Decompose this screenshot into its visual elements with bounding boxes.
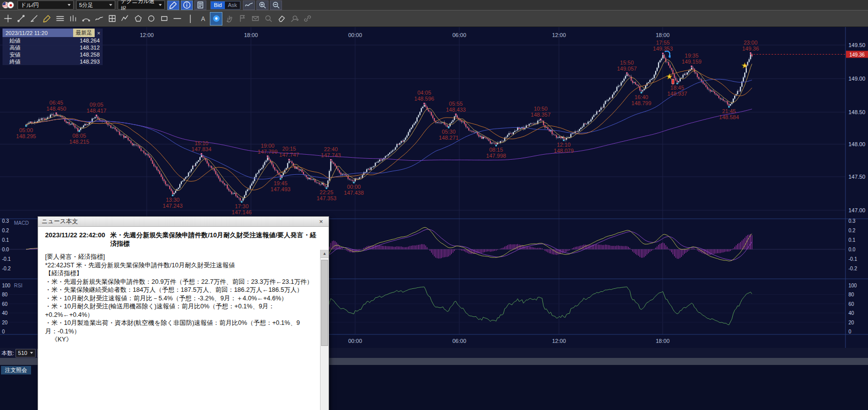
bid-ask-toggle: Bid Ask <box>210 1 240 10</box>
ask-button[interactable]: Ask <box>225 2 240 9</box>
technical-select[interactable]: テクニカル選択 <box>118 1 165 10</box>
annotation-price: 148.799 <box>632 100 652 106</box>
eraser-icon <box>277 14 286 23</box>
chevron-down-icon <box>159 4 162 6</box>
timeframe-select-value: 5分足 <box>79 2 93 9</box>
annotation-time: 05:30 <box>442 129 456 135</box>
news-popup-close-icon[interactable]: × <box>317 218 325 225</box>
zoom-out-button[interactable] <box>270 1 282 10</box>
extreme-marker <box>448 127 449 128</box>
annotation-price: 147.743 <box>321 152 341 158</box>
scrollbar-thumb[interactable] <box>321 260 328 346</box>
extreme-marker <box>172 195 173 196</box>
icon-stamp-tool[interactable] <box>210 12 222 26</box>
rsi-panel-label: RSI <box>14 283 23 288</box>
rectangle-tool[interactable] <box>158 12 170 26</box>
pentagon-tool[interactable] <box>132 12 144 26</box>
pencil-tool[interactable] <box>41 12 53 26</box>
annotation-price: 147.493 <box>270 186 291 192</box>
annotation-price: 147.353 <box>317 195 337 201</box>
time-axis-label: 18:00 <box>244 32 258 38</box>
ray-tool[interactable] <box>28 12 40 26</box>
pair-select[interactable]: ドル/円 <box>18 1 74 10</box>
annotation-time: 19:00 <box>260 143 274 149</box>
wave-chart-button[interactable] <box>243 1 255 10</box>
bars-icon <box>69 14 78 23</box>
ohlc-close-icon[interactable]: × <box>95 29 103 37</box>
bottom-time-axis-label: 06:00 <box>452 338 466 344</box>
mail-tool[interactable] <box>249 12 261 26</box>
link-tool[interactable] <box>301 12 314 26</box>
main-toolbar: ドル/円 5分足 テクニカル選択 Bid Ask <box>0 0 868 11</box>
annotation-price: 148.271 <box>439 135 459 141</box>
grid-icon <box>108 14 117 23</box>
ellipse-tool[interactable] <box>145 12 157 26</box>
svg-text:A: A <box>201 16 205 23</box>
fx-trading-app: 149.3612:0012:0018:0018:0000:0000:0006:0… <box>0 0 868 410</box>
bars-count-label: 本数: <box>2 349 14 357</box>
annotation-price: 149.353 <box>653 46 673 52</box>
star-event-icon[interactable]: ★ <box>741 61 748 70</box>
price-axis-label: 147.50 <box>848 174 865 180</box>
news-popup-titlebar[interactable]: ニュース本文 × <box>38 217 329 227</box>
zigzag-icon <box>121 14 130 23</box>
bars-tool[interactable] <box>67 12 79 26</box>
wrench-tool[interactable] <box>288 12 301 26</box>
price-axis-label: 148.50 <box>848 109 865 115</box>
ohlc-close-label: 終値 <box>10 58 21 65</box>
trendline-tool[interactable] <box>15 12 27 26</box>
eraser-tool[interactable] <box>275 12 287 26</box>
scroll-up-icon[interactable]: ▲ <box>321 250 329 258</box>
draw-pencil-button[interactable] <box>167 1 179 10</box>
news-scrollbar[interactable]: ▲ <box>320 250 329 410</box>
chevron-down-icon <box>30 352 33 354</box>
timeframe-select[interactable]: 5分足 <box>76 1 115 10</box>
memo-button[interactable] <box>194 1 206 10</box>
macd-axis-label-right: 0.3 <box>848 218 855 224</box>
info-button[interactable] <box>181 1 193 10</box>
bottom-time-axis-label: 12:00 <box>552 338 566 344</box>
flag-tool[interactable] <box>236 12 248 26</box>
annotation-price: 148.937 <box>667 91 687 97</box>
horizontal-line-tool[interactable] <box>171 12 183 26</box>
price-axis-label: 149.00 <box>848 76 865 82</box>
text-tool[interactable]: A <box>197 12 209 26</box>
vertical-line-tool[interactable] <box>184 12 196 26</box>
rsi-axis-label-right: 80 <box>848 292 854 297</box>
extreme-marker <box>326 187 327 189</box>
arc-tool[interactable] <box>80 12 92 26</box>
crosshair-tool[interactable] <box>2 12 14 26</box>
rsi-axis-label-right: 20 <box>848 320 854 325</box>
extreme-marker <box>79 131 80 132</box>
annotation-time: 18:45 <box>670 85 684 91</box>
ray-icon <box>30 14 39 23</box>
news-headline-date: 2023/11/22 22:42:00 <box>45 231 105 248</box>
extreme-marker <box>728 106 730 108</box>
annotation-time: 19:35 <box>685 53 699 59</box>
hand-tool[interactable] <box>223 12 235 26</box>
ohlc-info-box: 2023/11/22 11:20 最新足 × 始値 148.264 高値 148… <box>3 29 103 65</box>
zoom-tool[interactable] <box>262 12 274 26</box>
annotation-price: 149.36 <box>742 46 759 52</box>
trendline-icon <box>17 14 26 23</box>
time-axis-label: 18:00 <box>656 32 670 38</box>
bid-button[interactable]: Bid <box>211 2 225 9</box>
annotation-time: 08:05 <box>72 133 86 139</box>
order-inquiry-tab[interactable]: 注文照会 <box>1 366 31 374</box>
news-popup-title: ニュース本文 <box>42 217 78 226</box>
rsi-axis-label-left: 0 <box>2 329 5 334</box>
zoom-in-button[interactable] <box>256 1 268 10</box>
annotation-price: 149.057 <box>617 66 637 72</box>
bars-count-select[interactable]: 510 <box>16 349 36 357</box>
latest-bar-badge[interactable]: 最新足 <box>73 29 95 37</box>
macd-axis-label-left: -0.1 <box>2 256 11 262</box>
zigzag-tool[interactable] <box>119 12 131 26</box>
macd-axis-label-left: 0.3 <box>2 218 9 224</box>
annotation-price: 147.998 <box>486 153 506 159</box>
alert-event-icon[interactable] <box>672 80 674 84</box>
news-popup: ニュース本文 × 2023/11/22 22:42:00 米・先週分新規失業保険… <box>38 216 329 410</box>
freehand-tool[interactable] <box>93 12 105 26</box>
grid-tool[interactable] <box>106 12 118 26</box>
annotation-time: 05:55 <box>449 101 463 107</box>
parallel-lines-tool[interactable] <box>54 12 66 26</box>
